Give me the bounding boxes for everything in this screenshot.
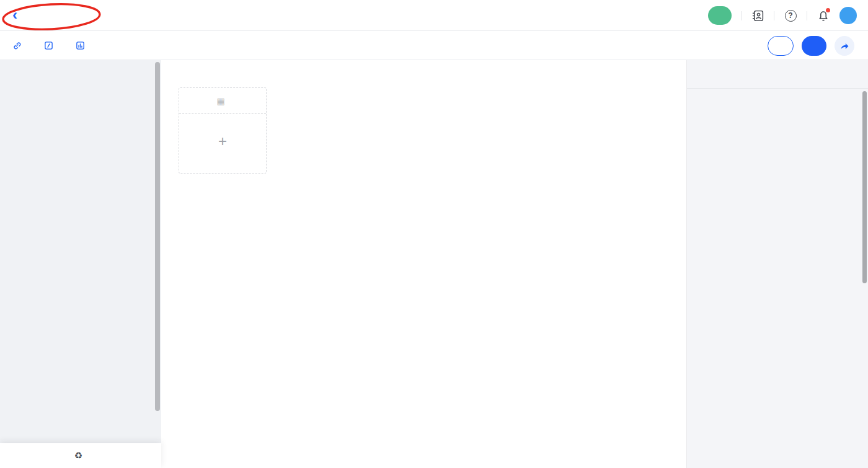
image-upload-widget: ▦ + bbox=[179, 87, 267, 174]
help-icon[interactable]: ? bbox=[784, 9, 797, 22]
app-header: ‹ ? bbox=[0, 0, 868, 31]
panel-tabs bbox=[687, 60, 868, 89]
notification-bell-icon[interactable] bbox=[817, 9, 830, 22]
divider bbox=[807, 11, 807, 20]
save-button[interactable] bbox=[802, 36, 826, 56]
plus-icon: + bbox=[218, 134, 227, 149]
panel-scrollbar[interactable] bbox=[862, 91, 867, 283]
external-link-button[interactable] bbox=[12, 41, 25, 50]
notification-dot bbox=[826, 8, 830, 12]
field-palette-sidebar bbox=[0, 60, 161, 468]
recycle-icon: ♻ bbox=[74, 450, 82, 461]
form-grid: ▦ + bbox=[161, 60, 686, 174]
form-toolbar bbox=[0, 31, 868, 60]
address-book-icon[interactable] bbox=[751, 9, 764, 22]
scan-upload-button[interactable]: ▦ bbox=[179, 88, 266, 114]
sidebar-scrollbar[interactable] bbox=[155, 62, 160, 411]
backend-script-icon bbox=[44, 41, 53, 50]
field-recycle-bin-button[interactable]: ♻ bbox=[0, 443, 161, 468]
data-manage-button[interactable] bbox=[708, 6, 732, 25]
preview-button[interactable] bbox=[768, 36, 794, 56]
share-button[interactable] bbox=[835, 36, 854, 56]
back-icon[interactable]: ‹ bbox=[12, 7, 17, 22]
divider bbox=[741, 11, 742, 20]
properties-panel bbox=[686, 60, 868, 468]
field-image[interactable]: ▦ + bbox=[179, 82, 293, 174]
divider bbox=[774, 11, 774, 20]
share-arrow-icon bbox=[839, 40, 850, 51]
data-permission-button[interactable] bbox=[76, 41, 89, 50]
avatar[interactable] bbox=[839, 7, 857, 24]
qr-code-icon: ▦ bbox=[216, 96, 224, 106]
click-upload-area[interactable]: + bbox=[179, 114, 266, 173]
form-design-canvas[interactable]: ▦ + bbox=[161, 60, 686, 468]
data-permission-icon bbox=[76, 41, 85, 50]
external-link-icon bbox=[12, 41, 22, 50]
toolbar-links bbox=[12, 31, 89, 60]
backend-script-button[interactable] bbox=[44, 41, 57, 50]
